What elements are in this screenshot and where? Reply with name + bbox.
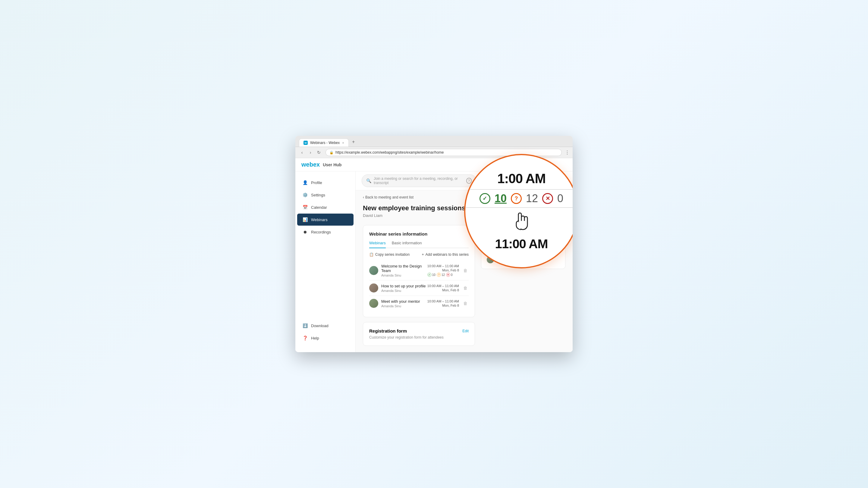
webinar-series-card: Webinar series information Webinars Basi… (363, 225, 475, 317)
page-title: New employee training sessions (363, 204, 465, 212)
webinar-host-2: Amanda Sinu (381, 289, 427, 293)
tab-webinars[interactable]: Webinars (369, 241, 386, 248)
badge-accepted-count: 10 (432, 273, 435, 276)
webinar-info-2: How to set up your profile Amanda Sinu (381, 284, 427, 293)
webinar-time-main-1: 10:00 AM – 11:00 AM (427, 264, 459, 268)
series-actions: 📋 Copy series invitation + Add webinars … (369, 253, 469, 257)
webinar-date-2: Mon, Feb 8 (427, 288, 459, 292)
webinar-avatar-2 (369, 284, 378, 293)
reg-title: Registration form (369, 328, 407, 333)
badge-declined: ✕ 0 (446, 272, 453, 277)
back-button[interactable]: ‹ (299, 149, 306, 156)
sidebar-item-calendar[interactable]: 📅 Calendar (297, 201, 353, 213)
reg-description: Customize your registration form for att… (369, 335, 469, 339)
webinar-time-main-2: 10:00 AM – 11:00 AM (427, 284, 459, 288)
lock-icon: 🔒 (330, 151, 334, 155)
webinar-host-1: Amanda Sinu (381, 273, 427, 277)
copy-invitation-button[interactable]: 📋 Copy series invitation (369, 253, 410, 257)
sidebar-label-webinars: Webinars (311, 218, 328, 222)
sidebar-label-profile: Profile (311, 181, 322, 185)
badge-pending-count: 12 (441, 273, 445, 276)
copy-btn-label: Copy series invitation (375, 253, 410, 257)
webinar-date-1: Mon, Feb 8 (427, 268, 459, 272)
badge-declined-count: 0 (451, 273, 453, 276)
sidebar-item-download[interactable]: ⬇️ Download (297, 320, 353, 332)
new-tab-button[interactable]: + (350, 138, 357, 145)
search-placeholder: Join a meeting or search for a meeting, … (374, 176, 464, 185)
forward-button[interactable]: › (307, 149, 314, 156)
sidebar-item-settings[interactable]: ⚙️ Settings (297, 189, 353, 201)
zoom-count-gray: 12 (526, 192, 538, 205)
add-icon: + (422, 253, 424, 257)
tab-basic-info[interactable]: Basic information (392, 241, 422, 248)
sidebar-nav: 👤 Profile ⚙️ Settings 📅 Calendar 📊 Webin… (296, 176, 355, 319)
webinar-date-3: Mon, Feb 8 (427, 304, 459, 307)
sidebar-item-help[interactable]: ❓ Help (297, 332, 353, 344)
x-badge-icon: ✕ (446, 272, 450, 277)
zoom-indicators-row: ✓ 10 ? 12 ✕ 0 (465, 189, 572, 208)
tab-label: Webinars - Webex (310, 141, 340, 145)
sidebar: 👤 Profile ⚙️ Settings 📅 Calendar 📊 Webin… (296, 171, 355, 352)
webinar-info-1: Welcome to the Design Team Amanda Sinu (381, 264, 427, 277)
webinar-time-main-3: 10:00 AM – 11:00 AM (427, 299, 459, 303)
webinar-name-1[interactable]: Welcome to the Design Team (381, 264, 427, 273)
webinars-icon: 📊 (302, 217, 308, 223)
download-icon: ⬇️ (302, 323, 308, 329)
settings-icon: ⚙️ (302, 192, 308, 198)
delete-webinar-1-icon[interactable]: 🗑 (462, 267, 469, 274)
webinar-host-3: Amanda Sinu (381, 304, 427, 308)
reg-card-header: Registration form Edit (369, 328, 469, 333)
registration-form-card: Registration form Edit Customize your re… (363, 322, 475, 346)
tab-close-button[interactable]: × (342, 141, 344, 144)
sidebar-item-profile[interactable]: 👤 Profile (297, 176, 353, 189)
badge-pending: ? 12 (437, 272, 445, 277)
webinar-time-3: 10:00 AM – 11:00 AM Mon, Feb 8 (427, 299, 459, 307)
browser-tab[interactable]: W Webinars - Webex × (299, 138, 349, 147)
zoom-x-icon: ✕ (542, 193, 553, 204)
sidebar-item-recordings[interactable]: ⏺ Recordings (297, 226, 353, 238)
webinar-name-2[interactable]: How to set up your profile (381, 284, 427, 288)
left-col: Webinar series information Webinars Basi… (363, 225, 475, 346)
sidebar-label-calendar: Calendar (311, 205, 327, 210)
webinar-time-2: 10:00 AM – 11:00 AM Mon, Feb 8 (427, 284, 459, 292)
webinar-name-3[interactable]: Meet with your mentor (381, 299, 427, 304)
back-chevron-icon: ‹ (363, 195, 364, 199)
refresh-button[interactable]: ↻ (315, 149, 322, 156)
page-author: David Liam (363, 213, 465, 218)
copy-icon: 📋 (369, 253, 374, 257)
page-title-group: New employee training sessions David Lia… (363, 204, 465, 224)
delete-webinar-2-icon[interactable]: 🗑 (462, 284, 469, 292)
profile-icon: 👤 (302, 180, 308, 186)
zoom-cursor-icon (513, 212, 530, 234)
search-box[interactable]: 🔍 Join a meeting or search for a meeting… (362, 174, 476, 187)
browser-chrome: W Webinars - Webex × + (296, 136, 572, 147)
registration-edit-link[interactable]: Edit (462, 329, 469, 333)
search-icon: 🔍 (366, 178, 371, 183)
webinar-time-1: 10:00 AM – 11:00 AM Mon, Feb 8 ✓ 10 (427, 264, 459, 277)
zoom-question-icon: ? (511, 193, 522, 204)
check-badge-icon: ✓ (427, 272, 432, 277)
browser-menu-button[interactable]: ⋮ (565, 150, 569, 156)
zoom-count-zero: 0 (557, 192, 563, 205)
webinar-info-3: Meet with your mentor Amanda Sinu (381, 299, 427, 308)
question-badge-icon: ? (437, 272, 441, 277)
add-webinar-button[interactable]: + Add webinars to this series (422, 253, 469, 257)
delete-webinar-3-icon[interactable]: 🗑 (462, 300, 469, 307)
webex-logo: webex User Hub (301, 161, 341, 168)
sidebar-label-help: Help (311, 336, 319, 340)
badge-accepted: ✓ 10 (427, 272, 435, 277)
tab-favicon: W (304, 141, 308, 145)
user-hub-label: User Hub (323, 162, 341, 167)
sidebar-item-webinars[interactable]: 📊 Webinars (297, 214, 353, 226)
webinar-badges-1: ✓ 10 ? 12 ✕ (427, 272, 459, 277)
search-help-icon[interactable]: ? (466, 178, 472, 184)
help-icon-sidebar: ❓ (302, 335, 308, 341)
add-btn-label: Add webinars to this series (426, 253, 469, 257)
sidebar-bottom: ⬇️ Download ❓ Help (296, 319, 355, 347)
back-link-text: Back to meeting and event list (365, 195, 413, 199)
webinar-item-3: Meet with your mentor Amanda Sinu 10:00 … (369, 296, 469, 311)
series-card-title: Webinar series information (369, 231, 469, 236)
webinar-avatar-3 (369, 299, 378, 308)
recordings-icon: ⏺ (302, 229, 308, 235)
webinar-item-1: Welcome to the Design Team Amanda Sinu 1… (369, 261, 469, 281)
